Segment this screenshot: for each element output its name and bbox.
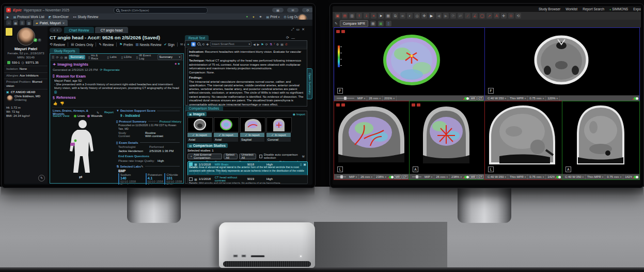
in-report-button[interactable]: ✓In report (266, 133, 291, 137)
nav-right-icon[interactable]: ▶ (257, 42, 260, 46)
patient-tab[interactable]: ▰ Patel, Mayuri ✕ (33, 20, 68, 26)
text-annotate-icon[interactable]: A (494, 13, 499, 19)
tab-result-text[interactable]: Result Text (185, 35, 209, 40)
row-checkbox[interactable] (189, 177, 193, 181)
viewport-setting-dropdown[interactable]: MIP▾ (356, 96, 367, 101)
clipboard-icon[interactable]: ▯ (386, 21, 391, 26)
lab-result[interactable]: Chloride 101 02/10 1558 (164, 173, 182, 183)
viewport-setting-dropdown[interactable]: 0.75 mm▾ (528, 174, 546, 179)
collapse-icon[interactable]: — (291, 36, 295, 40)
roi-circle-icon[interactable]: ◯ (479, 13, 485, 19)
viewport-fused-coronal[interactable]: A MIP▾26 mm▾238%▾ ▴ MR CT (409, 101, 485, 180)
phone-icon[interactable]: ✆ (38, 38, 41, 42)
in-report-button[interactable]: ✓In report (240, 133, 264, 137)
prev-series-icon[interactable]: ◀ (436, 13, 442, 19)
cine-play-icon[interactable]: ▶ (429, 13, 434, 19)
export-study-icon[interactable]: ⇓ (364, 13, 369, 19)
print-icon[interactable]: ▤ (280, 42, 284, 46)
titlebar-chat-button[interactable]: ✉ (287, 8, 299, 12)
menu-user[interactable]: ●SIMMONS (609, 7, 628, 11)
viewport-setting-dropdown[interactable]: 238%▾ (374, 174, 387, 179)
thumbs-down-icon[interactable]: 👎 (60, 101, 64, 105)
isolation-row[interactable]: Isolation: None (4, 66, 48, 73)
viewport-ct-sagittal[interactable]: L C:40 W:350▾Thin MPR▾0.75 mm▾142%▾ ▴ (484, 101, 562, 180)
play-icon[interactable]: ▶ (7, 15, 9, 19)
ai-sparkle-icon[interactable]: ✦✦ (174, 62, 180, 66)
menu-study-browser[interactable]: Study Browser (539, 7, 560, 11)
viewport-setting-dropdown[interactable]: 26 mm▾ (434, 174, 450, 179)
add-external-comparison-button[interactable]: ＋Add External Comparison (187, 154, 222, 159)
lda-report-link[interactable]: Report (104, 111, 114, 114)
open-study-icon[interactable]: ▤ (342, 13, 348, 19)
result-text-editor[interactable]: Indication: Recurrent headaches with int… (187, 49, 307, 107)
ruler-measure-icon[interactable]: ∕ (465, 13, 470, 19)
series-flag-icon[interactable] (341, 103, 345, 107)
ct-layer-button[interactable]: CT (402, 175, 408, 179)
flip-view-icon[interactable]: ⇄ (458, 13, 463, 19)
tab-labs[interactable]: ▯Labs (105, 55, 118, 59)
menu-protocol-worklist[interactable]: ▤Protocol Work List (13, 15, 44, 19)
ct-layer-button[interactable]: CT (477, 175, 483, 179)
viewport-setting-dropdown[interactable]: C:40 W:350▾ (486, 96, 508, 101)
next-series-icon[interactable]: ▶ (443, 13, 449, 19)
refresh-icon[interactable]: ⟳ (286, 36, 289, 40)
lab-result[interactable]: Potassium 4.1 02/10 1558 (146, 173, 164, 183)
viewport-setting-dropdown[interactable]: MIP▾ (348, 174, 359, 179)
link-series-icon[interactable]: ∞ (400, 13, 405, 19)
layout-grid-icon[interactable]: ▦ (385, 13, 391, 19)
tab-chart-review[interactable]: Chart Review (64, 27, 94, 33)
sticky-note-icon[interactable] (6, 28, 12, 36)
references-link[interactable]: §References (53, 96, 76, 99)
probe-tool-icon[interactable]: ⊙ (508, 13, 514, 19)
compare-mpr-button[interactable]: Compare MPR (340, 20, 368, 27)
refresh-icon[interactable]: ⟳ (56, 55, 58, 59)
tab-summary[interactable]: Summary (69, 55, 85, 59)
nav-arrows[interactable]: ‹› (50, 27, 62, 33)
tab-hx-recs[interactable]: ▯Hx & Recs (87, 55, 104, 59)
tab-ldas[interactable]: ▯LDAs (120, 55, 133, 59)
delete-study-icon[interactable]: ✕ (371, 13, 376, 19)
wrench-icon[interactable]: ⚒ (302, 155, 305, 158)
lab-result[interactable]: BUN 15 02/10 1558 (164, 184, 182, 185)
mr-layer-button[interactable]: MR (469, 96, 477, 100)
thumbs-up-icon[interactable]: 👍 (53, 101, 57, 105)
series-flag-icon[interactable] (336, 30, 340, 33)
switch-view-link[interactable]: Switch View (53, 114, 69, 117)
in-report-button[interactable]: ✓In report (187, 133, 212, 137)
thumbnail-axial-fused[interactable]: ✓In report Axial (214, 117, 238, 142)
provider-avatar[interactable] (7, 95, 13, 101)
save-layout-icon[interactable]: ▣ (378, 21, 384, 26)
viewport-fused-axial[interactable]: F MIP▾26 mm▾201%▾ ▴ MR CT (334, 27, 485, 101)
tab-comparison-studies[interactable]: Comparison Studies (185, 105, 223, 111)
dictate-icon[interactable]: ✆ (285, 42, 288, 46)
bold-button[interactable]: B (191, 42, 196, 47)
edit-layout-icon[interactable]: ✎ (335, 22, 338, 26)
menu-export[interactable]: Export (633, 7, 641, 11)
smarttext-input[interactable]: Insert SmartText▾ (210, 41, 252, 47)
body-avatar-image[interactable] (65, 119, 101, 176)
patient-photo[interactable] (17, 27, 35, 46)
find-icon[interactable] (197, 42, 200, 46)
viewport-setting-dropdown[interactable]: Thin MPR▾ (586, 174, 605, 179)
viewport-fused-sagittal[interactable]: L MIP▾26 mm▾238%▾ ▴ MR CT (334, 101, 410, 180)
procedure-link[interactable]: CT head without contrast (215, 176, 246, 182)
alert-icon[interactable]: ! (274, 42, 275, 46)
mr-layer-button[interactable]: MR (394, 175, 401, 179)
citation-chip[interactable]: 1 (54, 90, 57, 94)
list-icon[interactable]: ☰ (20, 20, 25, 25)
maximize-icon[interactable]: ▭ (296, 27, 300, 32)
schedule-icon[interactable]: ▦ (13, 20, 18, 25)
edit-icon[interactable]: ✎ (141, 164, 144, 168)
thumbnail-sagittal-fused[interactable]: ✓In report Sagittal (240, 117, 264, 142)
menu-icon[interactable]: ☰ (52, 55, 54, 59)
global-search-input[interactable]: Search (Ctrl+Space) (114, 7, 208, 13)
undo-icon[interactable]: ⟲ (202, 42, 205, 46)
series-flag-icon[interactable] (412, 103, 415, 107)
unselect-all-button[interactable]: Unselect All (239, 154, 256, 159)
procedure-link[interactable]: MRI Brain (215, 163, 246, 166)
series-flag-icon[interactable] (336, 103, 340, 107)
menu-worklist[interactable]: Worklist (566, 7, 577, 11)
lab-result[interactable]: Sodium 140 02/10 1558 (118, 173, 145, 183)
comparison-row-selected[interactable]: ▦ 1/1/2018 MRI Brain 9018 High ▯ ▣ Detai… (187, 161, 308, 176)
home-icon[interactable]: ⌂ (6, 20, 11, 25)
